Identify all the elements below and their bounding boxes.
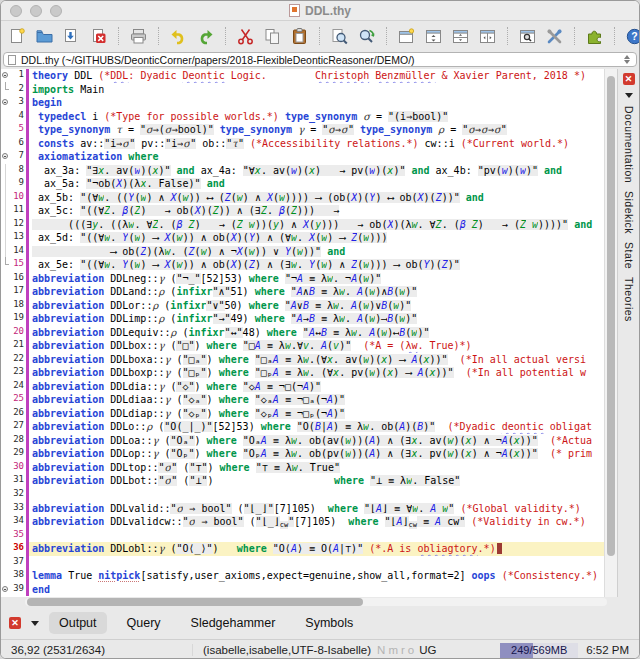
code-line[interactable]: 23abbreviation DDLboxp::γ ("□ₚ") where "… (1, 366, 604, 380)
toolbar-separator (319, 27, 320, 45)
code-line[interactable]: 6 consts av::"i⇒σ" pv::"i⇒σ" ob::"τ" (*A… (1, 137, 604, 151)
split-horizontal-button[interactable] (450, 25, 471, 47)
code-line[interactable]: 32 (1, 488, 604, 502)
undo-button[interactable] (168, 25, 189, 47)
code-line[interactable]: 15 ax_5e: "((∀w. Y(w) ⟶ X(w)) ∧ ob(X)(Z)… (1, 258, 604, 272)
fold-marker[interactable] (1, 150, 10, 164)
code-line[interactable]: 38lemma True nitpick[satisfy,user_axioms… (1, 569, 604, 583)
code-line[interactable]: 4 typedecl i (*Type for possible worlds.… (1, 110, 604, 124)
code-text: ax_5b: "(∀w. ((Y(w) ∧ X(w)) ⟷ (Z(w) ∧ X(… (29, 191, 604, 205)
code-line[interactable]: 31abbreviation DDLbot::"σ" ("⊥") where "… (1, 474, 604, 488)
code-line[interactable]: 11 ax_5c: "((∀Z. β(Z) → ob(X)(Z)) ∧ (∃Z.… (1, 204, 604, 218)
code-line[interactable]: 30abbreviation DDLtop::"σ" ("⊤") where "… (1, 461, 604, 475)
traffic-lights (10, 5, 62, 17)
bottom-dock-menu-icon[interactable] (31, 621, 39, 626)
fold-marker[interactable] (1, 96, 10, 110)
code-line[interactable]: 9 ax_5a: "¬ob(X)(λx. False)" and (1, 177, 604, 191)
code-text (29, 488, 604, 502)
memory-gauge[interactable]: 249/569MB (500, 643, 578, 658)
code-line[interactable]: 20abbreviation DDLequiv::ρ (infixr"↔"48)… (1, 326, 604, 340)
code-line[interactable]: 29abbreviation DDLop::γ ("Oₚ") where "Oₚ… (1, 447, 604, 461)
panel-tab-output[interactable]: Output (49, 612, 107, 634)
text-area[interactable]: 1theory DDL (*DDL: Dyadic Deontic Logic.… (1, 69, 604, 597)
new-file-button[interactable] (7, 25, 28, 47)
paste-button[interactable] (289, 25, 310, 47)
horizontal-scrollbar-thumb[interactable] (27, 598, 363, 606)
fold-marker[interactable] (1, 583, 10, 597)
clock: 6:52 PM (586, 644, 639, 656)
dock-tab-theories[interactable]: Theories (623, 277, 635, 322)
code-line[interactable]: 2imports Main (1, 83, 604, 97)
code-line[interactable]: 39end (1, 583, 604, 597)
code-line[interactable]: 18abbreviation DDLor::ρ (infixr"∨"50) wh… (1, 299, 604, 313)
code-line[interactable]: 3begin (1, 96, 604, 110)
code-line[interactable]: 14 ⟶ ob(Z)(λw. (Z(w) ∧ ¬X(w)) ∨ Y(w))" a… (1, 245, 604, 259)
panel-tab-query[interactable]: Query (117, 612, 171, 634)
code-line[interactable]: 36abbreviation DDLobl::γ ("O⟨_⟩") where … (1, 542, 604, 556)
save-button[interactable] (61, 25, 82, 47)
line-number: 16 (10, 272, 26, 286)
code-line[interactable]: 19abbreviation DDLimp::ρ (infixr"→"49) w… (1, 312, 604, 326)
new-view-button[interactable] (396, 25, 417, 47)
code-line[interactable]: 10 ax_5b: "(∀w. ((Y(w) ∧ X(w)) ⟷ (Z(w) ∧… (1, 191, 604, 205)
close-buffer-button[interactable] (88, 25, 109, 47)
line-number: 8 (10, 164, 26, 178)
help-button[interactable]: ? (624, 25, 640, 47)
code-line[interactable]: 21abbreviation DDLbox::γ ("□") where "□A… (1, 339, 604, 353)
dock-tab-sidekick[interactable]: Sidekick (623, 191, 635, 234)
window-title: DDL.thy (305, 4, 351, 18)
find-button[interactable] (329, 25, 350, 47)
code-line[interactable]: 37 (1, 556, 604, 570)
code-line[interactable]: 34abbreviation DDLvalidcw::"σ ⇒ bool" ("… (1, 515, 604, 529)
line-number: 32 (10, 488, 26, 502)
zoom-window-button[interactable] (50, 5, 62, 17)
fold-gutter (1, 502, 10, 516)
code-line[interactable]: 13 ax_5d: "((∀w. Y(w) ⟶ X(w)) ∧ ob(X)(Y)… (1, 231, 604, 245)
code-line[interactable]: 16abbreviation DDLneg::γ ("¬_"[52]53) wh… (1, 272, 604, 286)
code-line[interactable]: 28abbreviation DDLoa::γ ("Oₐ") where "Oₐ… (1, 434, 604, 448)
split-vertical-button[interactable] (477, 25, 498, 47)
status-bar: 36,92 (2531/2634) (isabelle,isabelle,UTF… (1, 639, 639, 659)
copy-button[interactable] (262, 25, 283, 47)
fold-marker (1, 164, 10, 178)
code-line[interactable]: 27abbreviation DDLo::ρ ("O(_|_)"[52]53) … (1, 420, 604, 434)
code-line[interactable]: 33abbreviation DDLvalid::"σ ⇒ bool" ("⌊_… (1, 502, 604, 516)
global-options-button[interactable] (544, 25, 565, 47)
code-line[interactable]: 26abbreviation DDLdiap::γ ("◇ₚ") where "… (1, 407, 604, 421)
open-folder-button[interactable] (34, 25, 55, 47)
find-replace-button[interactable] (356, 25, 377, 47)
dock-tab-documentation[interactable]: Documentation (623, 106, 635, 183)
vertical-scrollbar-thumb[interactable] (607, 76, 615, 556)
plugin-manager-button[interactable] (584, 25, 605, 47)
vertical-scrollbar[interactable] (604, 69, 617, 597)
code-line[interactable]: 17abbreviation DDLand::ρ (infixr"∧"51) w… (1, 285, 604, 299)
buffer-search-button[interactable] (517, 25, 538, 47)
code-line[interactable]: 1theory DDL (*DDL: Dyadic Deontic Logic.… (1, 69, 604, 83)
code-line[interactable]: 22abbreviation DDLboxa::γ ("□ₐ") where "… (1, 353, 604, 367)
right-dock-close-button[interactable]: ✕ (623, 73, 635, 85)
minimize-window-button[interactable] (30, 5, 42, 17)
code-text: axiomatization where (29, 150, 604, 164)
code-line[interactable]: 35 (1, 529, 604, 543)
close-window-button[interactable] (10, 5, 22, 17)
panel-tab-sledgehammer[interactable]: Sledgehammer (181, 612, 286, 634)
code-line[interactable]: 5 type_synonym τ = "σ⇒(σ⇒bool)" type_syn… (1, 123, 604, 137)
panel-tab-symbols[interactable]: Symbols (295, 612, 363, 634)
buffer-switcher-arrows-icon[interactable] (624, 55, 632, 64)
buffer-switcher[interactable]: DDL.thy (~/GITHUBS/DeonticCorner/papers/… (3, 52, 637, 67)
fold-marker[interactable] (1, 69, 10, 83)
print-button[interactable] (128, 25, 149, 47)
code-line[interactable]: 12 (((∃y. ((λw. ∀Z. (β Z) → (Z w))(y) ∧ … (1, 218, 604, 232)
cut-button[interactable] (235, 25, 256, 47)
code-line[interactable]: 24abbreviation DDLdia::γ ("◇") where "◇A… (1, 380, 604, 394)
right-dock-menu-icon[interactable] (625, 93, 633, 98)
dock-tab-state[interactable]: State (623, 242, 635, 269)
horizontal-scrollbar[interactable] (1, 597, 639, 607)
unsplit-button[interactable] (423, 25, 444, 47)
code-line[interactable]: 25abbreviation DDLdiaa::γ ("◇ₐ") where "… (1, 393, 604, 407)
code-line[interactable]: 8 ax_3a: "∃x. av(w)(x)" and ax_4a: "∀x. … (1, 164, 604, 178)
line-number: 4 (10, 110, 26, 124)
redo-button[interactable] (195, 25, 216, 47)
bottom-dock-close-button[interactable]: ✕ (9, 617, 21, 629)
code-line[interactable]: 7 axiomatization where (1, 150, 604, 164)
